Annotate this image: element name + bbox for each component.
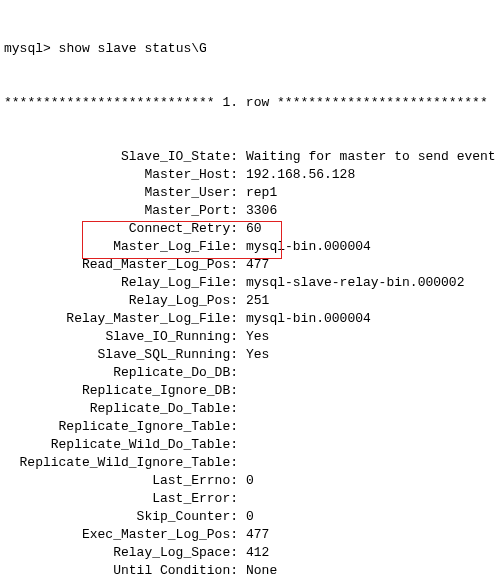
status-value: 3306 [238, 202, 277, 220]
status-label: Last_Error: [4, 490, 238, 508]
status-value [238, 490, 246, 508]
status-value: None [238, 562, 277, 574]
status-label: Master_Host: [4, 166, 238, 184]
status-value: Yes [238, 328, 269, 346]
status-label: Replicate_Ignore_DB: [4, 382, 238, 400]
status-value: rep1 [238, 184, 277, 202]
status-row: Slave_IO_State:Waiting for master to sen… [4, 148, 500, 166]
status-label: Replicate_Wild_Ignore_Table: [4, 454, 238, 472]
status-label: Until_Condition: [4, 562, 238, 574]
status-row: Exec_Master_Log_Pos:477 [4, 526, 500, 544]
status-label: Last_Errno: [4, 472, 238, 490]
status-value: 0 [238, 508, 254, 526]
status-row: Relay_Log_File:mysql-slave-relay-bin.000… [4, 274, 500, 292]
status-label: Slave_IO_State: [4, 148, 238, 166]
status-row: Master_User:rep1 [4, 184, 500, 202]
status-value: 251 [238, 292, 269, 310]
status-label: Master_User: [4, 184, 238, 202]
status-value [238, 382, 246, 400]
status-label: Skip_Counter: [4, 508, 238, 526]
status-label: Replicate_Wild_Do_Table: [4, 436, 238, 454]
status-label: Exec_Master_Log_Pos: [4, 526, 238, 544]
status-row: Slave_IO_Running:Yes [4, 328, 500, 346]
status-row: Replicate_Ignore_DB: [4, 382, 500, 400]
status-row: Slave_SQL_Running:Yes [4, 346, 500, 364]
status-label: Relay_Master_Log_File: [4, 310, 238, 328]
status-label: Replicate_Ignore_Table: [4, 418, 238, 436]
status-row: Relay_Log_Space:412 [4, 544, 500, 562]
status-row: Replicate_Do_DB: [4, 364, 500, 382]
status-value: 192.168.56.128 [238, 166, 355, 184]
status-fields: Slave_IO_State:Waiting for master to sen… [4, 148, 500, 574]
status-row: Relay_Master_Log_File:mysql-bin.000004 [4, 310, 500, 328]
status-value: Yes [238, 346, 269, 364]
status-value: 477 [238, 256, 269, 274]
status-value: 60 [238, 220, 262, 238]
status-label: Replicate_Do_Table: [4, 400, 238, 418]
row-header: *************************** 1. row *****… [4, 94, 500, 112]
status-value: 412 [238, 544, 269, 562]
status-row: Master_Log_File:mysql-bin.000004 [4, 238, 500, 256]
status-value [238, 454, 246, 472]
status-row: Last_Error: [4, 490, 500, 508]
status-row: Replicate_Wild_Ignore_Table: [4, 454, 500, 472]
status-label: Replicate_Do_DB: [4, 364, 238, 382]
status-label: Relay_Log_Pos: [4, 292, 238, 310]
status-row: Until_Condition:None [4, 562, 500, 574]
status-row: Last_Errno:0 [4, 472, 500, 490]
status-value: mysql-slave-relay-bin.000002 [238, 274, 464, 292]
status-value: 0 [238, 472, 254, 490]
status-label: Relay_Log_Space: [4, 544, 238, 562]
status-row: Replicate_Wild_Do_Table: [4, 436, 500, 454]
status-value [238, 436, 246, 454]
terminal-output: mysql> show slave status\G *************… [0, 0, 500, 574]
status-row: Master_Port:3306 [4, 202, 500, 220]
status-row: Relay_Log_Pos:251 [4, 292, 500, 310]
status-label: Master_Port: [4, 202, 238, 220]
prompt-line: mysql> show slave status\G [4, 40, 500, 58]
status-label: Connect_Retry: [4, 220, 238, 238]
status-label: Slave_IO_Running: [4, 328, 238, 346]
status-row: Master_Host:192.168.56.128 [4, 166, 500, 184]
status-label: Read_Master_Log_Pos: [4, 256, 238, 274]
status-value [238, 400, 246, 418]
status-value: mysql-bin.000004 [238, 238, 371, 256]
status-row: Replicate_Do_Table: [4, 400, 500, 418]
status-value [238, 418, 246, 436]
status-value: Waiting for master to send event [238, 148, 496, 166]
status-row: Skip_Counter:0 [4, 508, 500, 526]
status-value: mysql-bin.000004 [238, 310, 371, 328]
status-label: Master_Log_File: [4, 238, 238, 256]
status-label: Slave_SQL_Running: [4, 346, 238, 364]
status-value [238, 364, 246, 382]
status-row: Replicate_Ignore_Table: [4, 418, 500, 436]
status-row: Read_Master_Log_Pos:477 [4, 256, 500, 274]
status-row: Connect_Retry:60 [4, 220, 500, 238]
status-label: Relay_Log_File: [4, 274, 238, 292]
status-value: 477 [238, 526, 269, 544]
